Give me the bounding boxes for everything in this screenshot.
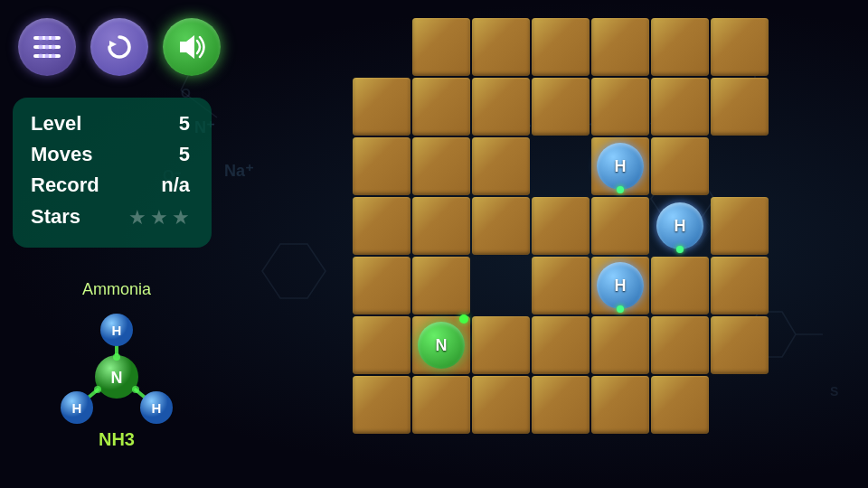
grid-cell[interactable] xyxy=(651,376,709,434)
toolbar xyxy=(18,18,221,76)
svg-text:H: H xyxy=(112,323,122,338)
svg-point-36 xyxy=(132,386,139,393)
grid-cell[interactable] xyxy=(353,376,410,434)
svg-marker-21 xyxy=(109,41,117,48)
grid-cell[interactable]: H xyxy=(591,137,649,195)
grid-cell[interactable] xyxy=(651,78,709,136)
tile xyxy=(353,376,410,434)
grid-cell[interactable] xyxy=(472,18,530,76)
level-row: Level 5 xyxy=(31,108,190,139)
tile xyxy=(353,137,410,195)
tile xyxy=(472,18,530,76)
grid-cell[interactable] xyxy=(532,316,590,374)
grid-cell[interactable] xyxy=(412,18,470,76)
grid-cell[interactable] xyxy=(711,197,769,255)
sound-button[interactable] xyxy=(163,18,221,76)
tile xyxy=(472,137,530,195)
tile xyxy=(412,376,470,434)
tile xyxy=(412,197,470,255)
level-value: 5 xyxy=(179,112,190,136)
grid-cell[interactable]: H xyxy=(591,257,649,314)
tile xyxy=(472,78,530,136)
grid-cell[interactable] xyxy=(651,257,709,314)
empty-cell xyxy=(711,137,769,195)
refresh-button[interactable] xyxy=(90,18,148,76)
empty-cell xyxy=(711,376,769,434)
grid-cell[interactable] xyxy=(532,18,590,76)
grid-cell[interactable] xyxy=(353,316,410,374)
grid-cell[interactable] xyxy=(472,78,530,136)
stars-label: Stars xyxy=(31,205,80,229)
star-1: ★ xyxy=(128,206,146,230)
svg-text:H: H xyxy=(72,400,82,416)
grid-cell[interactable] xyxy=(472,376,530,434)
grid-cell[interactable] xyxy=(532,376,590,434)
grid-cell[interactable] xyxy=(353,257,410,314)
grid-cell[interactable] xyxy=(591,197,649,255)
tile xyxy=(651,257,709,314)
grid-cell[interactable] xyxy=(412,257,470,314)
grid-cell[interactable] xyxy=(532,78,590,136)
tile xyxy=(651,316,709,374)
game-grid[interactable]: HHHN xyxy=(353,18,769,434)
grid-cell[interactable] xyxy=(591,316,649,374)
stars-display: ★ ★ ★ xyxy=(128,206,190,230)
level-label: Level xyxy=(31,112,81,136)
tile xyxy=(591,78,649,136)
tile xyxy=(412,18,470,76)
grid-cell[interactable] xyxy=(532,257,590,314)
svg-point-15 xyxy=(39,45,43,50)
tile xyxy=(532,376,590,434)
grid-cell[interactable]: H xyxy=(651,197,709,255)
grid-cell[interactable] xyxy=(532,137,590,195)
molecule-name: Ammonia xyxy=(82,280,151,299)
star-3: ★ xyxy=(172,206,190,230)
tile xyxy=(651,18,709,76)
hydrogen-atom[interactable]: H xyxy=(656,202,703,249)
grid-cell[interactable] xyxy=(412,137,470,195)
tile xyxy=(532,78,590,136)
grid-cell[interactable] xyxy=(651,137,709,195)
grid-cell[interactable] xyxy=(353,78,410,136)
svg-point-16 xyxy=(45,45,50,50)
tile xyxy=(591,316,649,374)
grid-cell[interactable] xyxy=(353,137,410,195)
tile xyxy=(591,18,649,76)
moves-value: 5 xyxy=(179,143,190,166)
tile xyxy=(591,376,649,434)
svg-text:N: N xyxy=(111,369,123,387)
grid-cell[interactable] xyxy=(711,316,769,374)
menu-button[interactable] xyxy=(18,18,76,76)
grid-cell[interactable] xyxy=(591,78,649,136)
grid-cell[interactable] xyxy=(472,137,530,195)
record-value: n/a xyxy=(161,174,190,197)
hydrogen-atom[interactable]: H xyxy=(597,143,644,190)
nitrogen-atom[interactable]: N xyxy=(418,322,465,369)
grid-cell[interactable] xyxy=(591,18,649,76)
grid-cell[interactable] xyxy=(353,18,410,76)
grid-cell[interactable] xyxy=(651,316,709,374)
grid-cell[interactable] xyxy=(711,257,769,314)
moves-label: Moves xyxy=(31,143,92,166)
grid-cell[interactable] xyxy=(711,137,769,195)
grid-cell[interactable] xyxy=(711,78,769,136)
grid-cell[interactable] xyxy=(472,197,530,255)
stats-panel: Level 5 Moves 5 Record n/a Stars ★ ★ ★ xyxy=(13,98,212,248)
grid-cell[interactable] xyxy=(412,197,470,255)
grid-cell[interactable]: N xyxy=(412,316,470,374)
hydrogen-atom[interactable]: H xyxy=(597,262,644,309)
grid-cell[interactable] xyxy=(591,376,649,434)
grid-cell[interactable] xyxy=(353,197,410,255)
grid-cell[interactable] xyxy=(472,257,530,314)
tile xyxy=(711,197,769,255)
grid-cell[interactable] xyxy=(532,197,590,255)
grid-cell[interactable] xyxy=(412,376,470,434)
grid-cell[interactable] xyxy=(412,78,470,136)
molecule-formula: NH3 xyxy=(99,429,135,450)
grid-cell[interactable] xyxy=(711,18,769,76)
tile xyxy=(353,197,410,255)
grid-cell[interactable] xyxy=(651,18,709,76)
grid-cell[interactable] xyxy=(711,376,769,434)
grid-cell[interactable] xyxy=(472,316,530,374)
moves-row: Moves 5 xyxy=(31,139,190,170)
